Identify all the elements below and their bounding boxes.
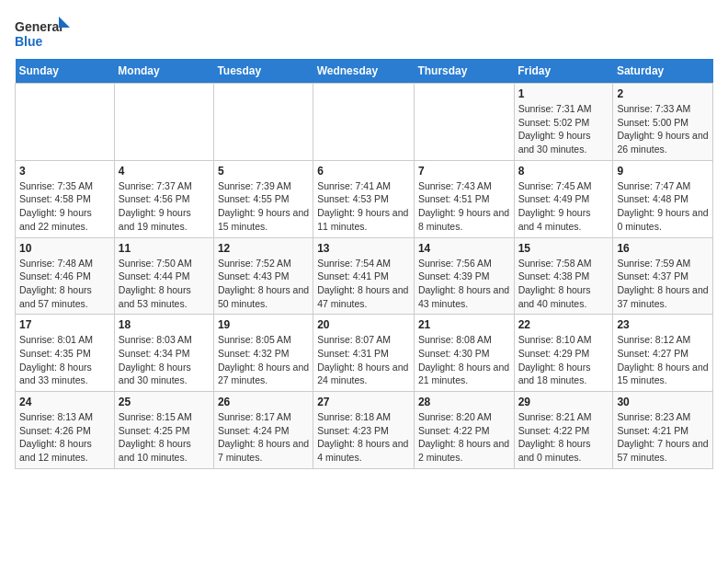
day-info: Sunrise: 8:10 AM Sunset: 4:29 PM Dayligh… xyxy=(518,333,609,387)
day-info: Sunrise: 8:01 AM Sunset: 4:35 PM Dayligh… xyxy=(19,333,110,387)
column-header-saturday: Saturday xyxy=(613,59,713,84)
day-info: Sunrise: 8:05 AM Sunset: 4:32 PM Dayligh… xyxy=(218,333,309,387)
day-cell: 4Sunrise: 7:37 AM Sunset: 4:56 PM Daylig… xyxy=(114,160,213,237)
day-number: 17 xyxy=(19,318,110,331)
day-cell: 12Sunrise: 7:52 AM Sunset: 4:43 PM Dayli… xyxy=(213,237,313,315)
day-cell xyxy=(414,84,514,161)
day-cell: 5Sunrise: 7:39 AM Sunset: 4:55 PM Daylig… xyxy=(213,160,313,237)
day-number: 19 xyxy=(218,318,309,331)
week-row-4: 17Sunrise: 8:01 AM Sunset: 4:35 PM Dayli… xyxy=(16,315,713,392)
day-cell: 27Sunrise: 8:18 AM Sunset: 4:23 PM Dayli… xyxy=(313,392,415,469)
day-cell: 16Sunrise: 7:59 AM Sunset: 4:37 PM Dayli… xyxy=(613,237,713,315)
day-cell: 8Sunrise: 7:45 AM Sunset: 4:49 PM Daylig… xyxy=(514,160,613,237)
day-number: 7 xyxy=(418,165,510,178)
day-number: 25 xyxy=(119,396,210,408)
logo: GeneralBlue xyxy=(15,15,70,52)
day-number: 28 xyxy=(418,396,510,408)
day-number: 6 xyxy=(317,165,410,178)
day-info: Sunrise: 8:08 AM Sunset: 4:30 PM Dayligh… xyxy=(418,333,510,387)
svg-marker-2 xyxy=(59,17,70,28)
day-cell: 23Sunrise: 8:12 AM Sunset: 4:27 PM Dayli… xyxy=(613,315,713,392)
day-number: 14 xyxy=(418,242,510,255)
day-info: Sunrise: 7:33 AM Sunset: 5:00 PM Dayligh… xyxy=(617,102,709,156)
column-header-tuesday: Tuesday xyxy=(213,59,313,84)
day-number: 30 xyxy=(617,396,709,408)
week-row-1: 1Sunrise: 7:31 AM Sunset: 5:02 PM Daylig… xyxy=(16,84,713,161)
day-number: 3 xyxy=(19,165,110,178)
day-info: Sunrise: 7:54 AM Sunset: 4:41 PM Dayligh… xyxy=(317,257,410,311)
day-number: 16 xyxy=(617,242,709,255)
column-header-sunday: Sunday xyxy=(16,59,115,84)
svg-text:Blue: Blue xyxy=(15,34,43,49)
day-info: Sunrise: 7:31 AM Sunset: 5:02 PM Dayligh… xyxy=(518,102,609,156)
day-cell: 30Sunrise: 8:23 AM Sunset: 4:21 PM Dayli… xyxy=(613,392,713,469)
logo-svg: GeneralBlue xyxy=(15,15,70,52)
day-number: 23 xyxy=(617,318,709,331)
day-number: 20 xyxy=(317,318,410,331)
day-info: Sunrise: 7:43 AM Sunset: 4:51 PM Dayligh… xyxy=(418,179,510,234)
day-info: Sunrise: 8:23 AM Sunset: 4:21 PM Dayligh… xyxy=(617,410,709,465)
week-row-3: 10Sunrise: 7:48 AM Sunset: 4:46 PM Dayli… xyxy=(16,237,713,315)
header: GeneralBlue xyxy=(15,15,713,52)
day-info: Sunrise: 8:20 AM Sunset: 4:22 PM Dayligh… xyxy=(418,410,510,465)
day-number: 22 xyxy=(518,318,609,331)
day-cell: 13Sunrise: 7:54 AM Sunset: 4:41 PM Dayli… xyxy=(313,237,415,315)
header-row: SundayMondayTuesdayWednesdayThursdayFrid… xyxy=(16,59,713,84)
day-cell xyxy=(213,84,313,161)
day-number: 4 xyxy=(119,165,210,178)
day-cell: 7Sunrise: 7:43 AM Sunset: 4:51 PM Daylig… xyxy=(414,160,514,237)
day-number: 21 xyxy=(418,318,510,331)
week-row-5: 24Sunrise: 8:13 AM Sunset: 4:26 PM Dayli… xyxy=(16,392,713,469)
day-info: Sunrise: 7:56 AM Sunset: 4:39 PM Dayligh… xyxy=(418,257,510,311)
day-info: Sunrise: 8:12 AM Sunset: 4:27 PM Dayligh… xyxy=(617,333,709,387)
day-cell: 24Sunrise: 8:13 AM Sunset: 4:26 PM Dayli… xyxy=(16,392,115,469)
day-number: 12 xyxy=(218,242,309,255)
day-info: Sunrise: 7:52 AM Sunset: 4:43 PM Dayligh… xyxy=(218,257,309,311)
day-number: 15 xyxy=(518,242,609,255)
day-cell: 26Sunrise: 8:17 AM Sunset: 4:24 PM Dayli… xyxy=(213,392,313,469)
day-cell: 9Sunrise: 7:47 AM Sunset: 4:48 PM Daylig… xyxy=(613,160,713,237)
day-info: Sunrise: 8:18 AM Sunset: 4:23 PM Dayligh… xyxy=(317,410,410,465)
day-info: Sunrise: 7:35 AM Sunset: 4:58 PM Dayligh… xyxy=(19,179,110,234)
day-number: 11 xyxy=(119,242,210,255)
column-header-monday: Monday xyxy=(114,59,213,84)
calendar-table: SundayMondayTuesdayWednesdayThursdayFrid… xyxy=(15,59,713,469)
day-number: 5 xyxy=(218,165,309,178)
day-cell: 11Sunrise: 7:50 AM Sunset: 4:44 PM Dayli… xyxy=(114,237,213,315)
day-cell: 10Sunrise: 7:48 AM Sunset: 4:46 PM Dayli… xyxy=(16,237,115,315)
day-number: 26 xyxy=(218,396,309,408)
day-cell: 1Sunrise: 7:31 AM Sunset: 5:02 PM Daylig… xyxy=(514,84,613,161)
day-cell xyxy=(114,84,213,161)
day-cell: 14Sunrise: 7:56 AM Sunset: 4:39 PM Dayli… xyxy=(414,237,514,315)
day-number: 8 xyxy=(518,165,609,178)
day-cell xyxy=(16,84,115,161)
day-number: 13 xyxy=(317,242,410,255)
day-info: Sunrise: 8:21 AM Sunset: 4:22 PM Dayligh… xyxy=(518,410,609,465)
column-header-wednesday: Wednesday xyxy=(313,59,415,84)
day-cell: 28Sunrise: 8:20 AM Sunset: 4:22 PM Dayli… xyxy=(414,392,514,469)
day-number: 1 xyxy=(518,87,609,100)
day-number: 29 xyxy=(518,396,609,408)
day-info: Sunrise: 7:41 AM Sunset: 4:53 PM Dayligh… xyxy=(317,179,410,234)
day-info: Sunrise: 8:13 AM Sunset: 4:26 PM Dayligh… xyxy=(19,410,110,465)
day-cell xyxy=(313,84,415,161)
week-row-2: 3Sunrise: 7:35 AM Sunset: 4:58 PM Daylig… xyxy=(16,160,713,237)
day-cell: 29Sunrise: 8:21 AM Sunset: 4:22 PM Dayli… xyxy=(514,392,613,469)
day-info: Sunrise: 7:59 AM Sunset: 4:37 PM Dayligh… xyxy=(617,257,709,311)
day-info: Sunrise: 7:58 AM Sunset: 4:38 PM Dayligh… xyxy=(518,257,609,311)
day-cell: 18Sunrise: 8:03 AM Sunset: 4:34 PM Dayli… xyxy=(114,315,213,392)
day-number: 10 xyxy=(19,242,110,255)
day-number: 2 xyxy=(617,87,709,100)
column-header-thursday: Thursday xyxy=(414,59,514,84)
day-info: Sunrise: 7:50 AM Sunset: 4:44 PM Dayligh… xyxy=(119,257,210,311)
day-number: 18 xyxy=(119,318,210,331)
day-info: Sunrise: 8:03 AM Sunset: 4:34 PM Dayligh… xyxy=(119,333,210,387)
day-info: Sunrise: 7:48 AM Sunset: 4:46 PM Dayligh… xyxy=(19,257,110,311)
day-info: Sunrise: 7:39 AM Sunset: 4:55 PM Dayligh… xyxy=(218,179,309,234)
day-cell: 15Sunrise: 7:58 AM Sunset: 4:38 PM Dayli… xyxy=(514,237,613,315)
day-cell: 25Sunrise: 8:15 AM Sunset: 4:25 PM Dayli… xyxy=(114,392,213,469)
day-cell: 19Sunrise: 8:05 AM Sunset: 4:32 PM Dayli… xyxy=(213,315,313,392)
day-info: Sunrise: 8:07 AM Sunset: 4:31 PM Dayligh… xyxy=(317,333,410,387)
day-info: Sunrise: 7:47 AM Sunset: 4:48 PM Dayligh… xyxy=(617,179,709,234)
day-number: 27 xyxy=(317,396,410,408)
